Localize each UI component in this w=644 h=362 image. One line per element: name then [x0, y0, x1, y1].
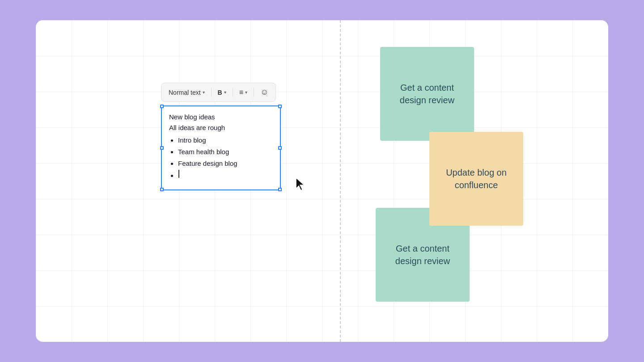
- list-icon: ≡: [239, 88, 243, 97]
- cursor-line: [178, 170, 273, 178]
- handle-bottom-left: [160, 188, 164, 191]
- text-style-label: Normal text: [169, 89, 201, 96]
- emoji-button[interactable]: ☺: [257, 86, 272, 99]
- bold-label: B: [218, 89, 222, 96]
- text-style-dropdown[interactable]: Normal text ▾: [165, 87, 208, 98]
- editor-line-2: All ideas are rough: [169, 122, 273, 133]
- emoji-icon: ☺: [260, 88, 268, 97]
- text-cursor: [178, 170, 179, 178]
- list-dropdown[interactable]: ≡ ▾: [236, 87, 251, 98]
- toolbar-divider-1: [211, 88, 212, 97]
- editor-bullet-2: Team health blog: [178, 147, 273, 157]
- list-chevron: ▾: [245, 90, 247, 95]
- handle-middle-left: [160, 146, 164, 150]
- text-style-chevron: ▾: [203, 90, 205, 95]
- editor-line-1: New blog ideas: [169, 112, 273, 122]
- editor-bullet-3: Feature design blog: [178, 158, 273, 169]
- sticky-note-2[interactable]: Update blog on confluence: [429, 132, 523, 226]
- editor-bullet-4: [178, 170, 273, 178]
- sticky-note-3-text: Get a content design review: [385, 242, 461, 267]
- editor-bullet-1: Intro blog: [178, 135, 273, 146]
- handle-top-right: [278, 105, 282, 108]
- editor-content: New blog ideas All ideas are rough Intro…: [169, 112, 273, 178]
- sticky-note-1-text: Get a content design review: [389, 81, 465, 106]
- toolbar-divider-2: [233, 88, 233, 97]
- handle-bottom-right: [278, 188, 282, 191]
- text-editor-wrapper: Normal text ▾ B ▾ ≡ ▾ ☺: [161, 83, 281, 190]
- canvas-divider: [340, 20, 341, 342]
- editor-list: Intro blog Team health blog Feature desi…: [169, 135, 273, 178]
- toolbar-divider-3: [254, 88, 254, 97]
- handle-top-left: [160, 105, 164, 108]
- canvas: Normal text ▾ B ▾ ≡ ▾ ☺: [36, 20, 608, 342]
- text-toolbar: Normal text ▾ B ▾ ≡ ▾ ☺: [161, 83, 276, 102]
- handle-middle-right: [278, 146, 282, 150]
- sticky-note-1[interactable]: Get a content design review: [380, 47, 474, 141]
- bold-dropdown[interactable]: B ▾: [214, 87, 230, 98]
- bold-chevron: ▾: [224, 90, 226, 95]
- sticky-note-2-text: Update blog on confluence: [438, 166, 514, 191]
- text-editor[interactable]: New blog ideas All ideas are rough Intro…: [161, 105, 281, 190]
